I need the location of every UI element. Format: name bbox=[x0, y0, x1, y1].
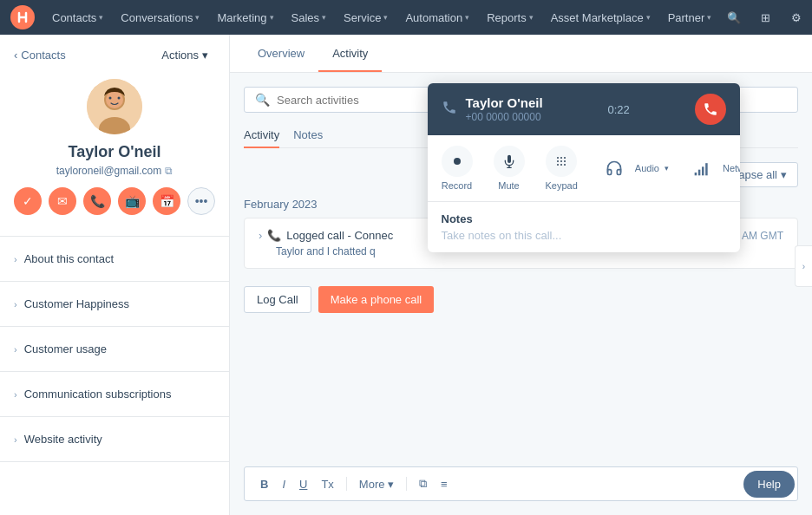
svg-point-12 bbox=[564, 157, 566, 159]
underline-button[interactable]: U bbox=[294, 475, 312, 493]
divider bbox=[346, 477, 347, 491]
nav-sales[interactable]: Sales ▾ bbox=[285, 8, 334, 28]
chevron-right-icon: › bbox=[14, 299, 17, 310]
chevron-right-icon: › bbox=[14, 389, 17, 400]
meeting-button[interactable]: 📺 bbox=[118, 187, 146, 215]
chevron-down-icon: ▾ bbox=[529, 13, 534, 22]
svg-point-7 bbox=[454, 158, 461, 165]
call-notes: Notes Take notes on this call... bbox=[428, 202, 740, 252]
grid-icon[interactable]: ⊞ bbox=[753, 5, 777, 29]
tab-activity[interactable]: Activity bbox=[318, 36, 382, 72]
bold-button[interactable]: B bbox=[255, 475, 273, 493]
nav-conversations[interactable]: Conversations ▾ bbox=[114, 8, 206, 28]
mute-button[interactable]: Mute bbox=[494, 146, 525, 191]
sidebar-item-website-activity[interactable]: › Website activity bbox=[0, 424, 229, 454]
svg-rect-19 bbox=[695, 173, 697, 175]
call-info: Taylor O'neil +00 0000 00000 bbox=[442, 95, 543, 123]
chevron-down-icon: ▾ bbox=[195, 13, 200, 22]
svg-point-18 bbox=[564, 164, 566, 166]
schedule-button[interactable]: 📅 bbox=[153, 187, 180, 215]
nav-contacts[interactable]: Contacts ▾ bbox=[45, 8, 110, 28]
settings-icon[interactable]: ⚙ bbox=[784, 5, 809, 29]
end-call-button[interactable] bbox=[695, 94, 726, 125]
editor-toolbar: B I U Tx More ▾ ⧉ ≡ bbox=[244, 466, 798, 501]
chevron-down-icon: ▾ bbox=[322, 13, 326, 22]
network-button[interactable]: Network bbox=[686, 153, 740, 184]
svg-point-4 bbox=[106, 91, 123, 108]
sidebar-item-customer-usage[interactable]: › Customer usage bbox=[0, 334, 229, 364]
nav-marketing[interactable]: Marketing ▾ bbox=[210, 8, 280, 28]
chevron-right-icon: › bbox=[259, 229, 262, 242]
divider bbox=[406, 477, 407, 491]
chevron-down-icon: ▾ bbox=[202, 49, 208, 62]
call-ctrl-right: Audio ▾ Network bbox=[599, 153, 740, 184]
activity-actions: Log Call Make a phone call bbox=[244, 276, 798, 316]
chevron-down-icon: ▾ bbox=[383, 13, 388, 22]
sidebar-item-communication-subscriptions[interactable]: › Communication subscriptions bbox=[0, 379, 229, 409]
make-phone-call-button[interactable]: Make a phone call bbox=[318, 286, 435, 313]
tabs-bar: Overview Activity bbox=[230, 35, 812, 73]
search-icon: 🔍 bbox=[255, 93, 270, 107]
headphone-icon bbox=[599, 153, 630, 184]
main-content: Overview Activity 🔍 Activity Notes Colla… bbox=[230, 35, 812, 515]
svg-point-16 bbox=[557, 164, 559, 166]
svg-point-13 bbox=[557, 160, 559, 162]
chevron-left-icon: ‹ bbox=[14, 49, 17, 62]
filter-tab-activity[interactable]: Activity bbox=[244, 123, 279, 148]
hubspot-logo[interactable] bbox=[10, 5, 35, 29]
svg-point-6 bbox=[118, 97, 121, 100]
divider bbox=[0, 416, 229, 417]
svg-point-17 bbox=[560, 164, 562, 166]
keypad-button[interactable]: Keypad bbox=[546, 146, 578, 191]
more-button[interactable]: More ▾ bbox=[354, 475, 399, 493]
nav-partner[interactable]: Partner ▾ bbox=[661, 8, 719, 28]
audio-button[interactable]: Audio ▾ bbox=[599, 153, 669, 184]
nav-asset-marketplace[interactable]: Asset Marketplace ▾ bbox=[544, 8, 658, 28]
search-icon[interactable]: 🔍 bbox=[722, 5, 746, 29]
avatar bbox=[87, 79, 142, 134]
call-popup-header: Taylor O'neil +00 0000 00000 0:22 bbox=[428, 83, 740, 135]
task-button[interactable]: ✓ bbox=[14, 187, 42, 215]
sidebar-item-about[interactable]: › About this contact bbox=[0, 244, 229, 274]
tab-overview[interactable]: Overview bbox=[244, 36, 318, 72]
call-timer: 0:22 bbox=[607, 103, 629, 116]
link-button[interactable]: ⧉ bbox=[414, 474, 432, 493]
copy-icon[interactable]: ⧉ bbox=[165, 165, 173, 177]
caller-info: Taylor O'neil +00 0000 00000 bbox=[466, 95, 543, 123]
svg-point-14 bbox=[560, 160, 562, 162]
chevron-down-icon: ▾ bbox=[707, 13, 711, 22]
record-button[interactable]: Record bbox=[442, 146, 473, 191]
filter-tab-notes[interactable]: Notes bbox=[293, 123, 323, 148]
divider bbox=[0, 326, 229, 327]
more-actions-button[interactable]: ••• bbox=[187, 187, 215, 215]
svg-point-11 bbox=[560, 157, 562, 159]
sidebar-item-customer-happiness[interactable]: › Customer Happiness bbox=[0, 289, 229, 319]
nav-service[interactable]: Service ▾ bbox=[337, 8, 395, 28]
nav-automation[interactable]: Automation ▾ bbox=[398, 8, 476, 28]
chevron-down-icon: ▾ bbox=[270, 13, 274, 22]
format-button[interactable]: Tx bbox=[316, 475, 338, 493]
help-button[interactable]: Help bbox=[743, 471, 795, 498]
log-call-button[interactable]: Log Call bbox=[244, 286, 311, 313]
nav-reports[interactable]: Reports ▾ bbox=[480, 8, 540, 28]
collapse-panel-button[interactable]: › bbox=[795, 245, 812, 287]
divider bbox=[0, 371, 229, 372]
network-icon bbox=[686, 153, 717, 184]
actions-button[interactable]: Actions ▾ bbox=[154, 45, 215, 65]
chevron-down-icon: ▾ bbox=[465, 13, 469, 22]
contacts-breadcrumb[interactable]: ‹ Contacts bbox=[14, 49, 66, 62]
list-button[interactable]: ≡ bbox=[435, 475, 453, 493]
top-nav: Contacts ▾ Conversations ▾ Marketing ▾ S… bbox=[0, 0, 812, 35]
chevron-left-icon: › bbox=[802, 262, 805, 271]
svg-rect-21 bbox=[702, 166, 704, 175]
chevron-right-icon: › bbox=[14, 434, 17, 445]
phone-icon: 📞 bbox=[267, 229, 281, 242]
email-button[interactable]: ✉ bbox=[49, 187, 76, 215]
chevron-down-icon: ▾ bbox=[665, 164, 669, 173]
left-sidebar: ‹ Contacts Actions ▾ bbox=[0, 35, 230, 515]
chevron-down-icon: ▾ bbox=[99, 13, 103, 22]
record-icon bbox=[442, 146, 473, 177]
call-button[interactable]: 📞 bbox=[83, 187, 111, 215]
italic-button[interactable]: I bbox=[277, 475, 291, 493]
activity-title: › 📞 Logged call - Connec bbox=[259, 229, 393, 242]
